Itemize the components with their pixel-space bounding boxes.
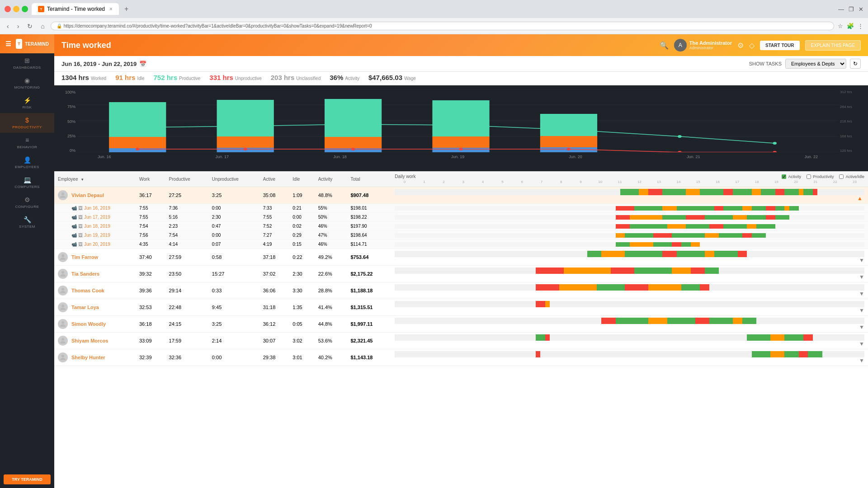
legend-activity[interactable]: Activity bbox=[782, 174, 801, 179]
settings-icon[interactable]: ⚙ bbox=[737, 41, 744, 50]
daily-thomas: ▼ bbox=[391, 282, 868, 299]
productive-stat: 752 hrs Productive bbox=[154, 74, 201, 81]
minimize-window-icon[interactable]: — bbox=[838, 6, 844, 13]
legend-productivity-checkbox[interactable] bbox=[807, 174, 811, 179]
employee-cell-thomas: Thomas Cook bbox=[54, 282, 136, 299]
start-tour-button[interactable]: START TOUR bbox=[760, 41, 800, 50]
table-row: Shiyam Morcos 33:0917:592:1430:073:0253.… bbox=[54, 333, 868, 349]
dept-select[interactable]: Employees & Depts bbox=[785, 59, 846, 69]
wage-label: Wage bbox=[404, 76, 416, 81]
sidebar-item-computers[interactable]: 💻 COMPUTERS bbox=[0, 173, 54, 192]
bar-unproductive-3 bbox=[325, 137, 382, 148]
daily-tia: ▼ bbox=[391, 266, 868, 282]
sidebar-item-monitoring[interactable]: ◉ MONITORING bbox=[0, 73, 54, 93]
sidebar-item-configure[interactable]: ⚙ CONFIGURE bbox=[0, 192, 54, 212]
chart-legend: Activity Productivity Active/Idle bbox=[782, 174, 864, 179]
extension-icon[interactable]: 🧩 bbox=[847, 23, 854, 29]
emp-name-tamar[interactable]: Tamar Loya bbox=[71, 305, 99, 310]
back-button[interactable]: ‹ bbox=[5, 22, 11, 31]
y-right-120: 120 hrs bbox=[840, 149, 861, 153]
expand-simon-icon[interactable]: ▼ bbox=[859, 324, 864, 330]
expand-tim-icon[interactable]: ▼ bbox=[859, 257, 864, 263]
sidebar-item-behavior[interactable]: ≡ BEHAVIOR bbox=[0, 133, 54, 153]
svg-point-17 bbox=[61, 321, 64, 324]
sub-date-jun16[interactable]: Jun 16, 2019 bbox=[84, 206, 110, 211]
data-table-container[interactable]: Employee ▼ Work Productive Unproductive … bbox=[54, 171, 868, 488]
show-tasks-area: SHOW TASKS Employees & Depts ↻ bbox=[749, 59, 861, 69]
legend-active-idle-checkbox[interactable] bbox=[839, 174, 844, 179]
home-button[interactable]: ⌂ bbox=[38, 22, 47, 31]
legend-activity-checkbox[interactable] bbox=[782, 174, 786, 179]
url-bar[interactable]: 🔒 https://democompany.teramind.co/#/prod… bbox=[51, 22, 834, 30]
expand-shiyam-icon[interactable]: ▼ bbox=[859, 341, 864, 347]
lock-icon: 🔒 bbox=[57, 23, 62, 28]
explain-page-button[interactable]: EXPLAIN THIS PAGE bbox=[805, 40, 861, 51]
bookmark-icon[interactable]: ☆ bbox=[838, 23, 843, 29]
th-work[interactable]: Work bbox=[136, 171, 165, 187]
sidebar-item-system[interactable]: 🔧 SYSTEM bbox=[0, 212, 54, 232]
search-button[interactable]: 🔍 bbox=[660, 41, 669, 50]
expand-tia-icon[interactable]: ▼ bbox=[859, 274, 864, 280]
expand-thomas-icon[interactable]: ▼ bbox=[859, 291, 864, 297]
expand-tamar-icon[interactable]: ▼ bbox=[859, 307, 864, 314]
browser-tab[interactable]: T Teramind - Time worked × bbox=[32, 3, 119, 15]
sub-total-1: $198.01 bbox=[347, 204, 392, 213]
app-container: ☰ T TERAMIND ⊞ DASHBOARDS ◉ MONITORING ⚡… bbox=[0, 34, 868, 488]
table-row: Shelby Hunter 32:3932:360:0029:383:0140.… bbox=[54, 349, 868, 366]
sidebar-item-dashboards[interactable]: ⊞ DASHBOARDS bbox=[0, 53, 54, 73]
try-teramind-button[interactable]: TRY TERAMIND bbox=[4, 474, 51, 484]
legend-active-idle[interactable]: Active/Idle bbox=[839, 174, 864, 179]
computers-icon: 💻 bbox=[24, 176, 31, 183]
sub-date-jun20[interactable]: Jun 20, 2019 bbox=[84, 242, 110, 247]
sub-date-jun18[interactable]: Jun 18, 2019 bbox=[84, 224, 110, 229]
close-window-icon[interactable]: ✕ bbox=[859, 6, 863, 13]
sidebar-item-risk[interactable]: ⚡ RISK bbox=[0, 93, 54, 113]
emp-name-thomas[interactable]: Thomas Cook bbox=[71, 288, 104, 293]
th-productive[interactable]: Productive bbox=[165, 171, 208, 187]
minimize-button[interactable] bbox=[13, 6, 19, 12]
th-idle[interactable]: Idle bbox=[289, 171, 314, 187]
forward-button[interactable]: › bbox=[15, 22, 22, 31]
hamburger-icon[interactable]: ☰ bbox=[5, 40, 11, 47]
th-active[interactable]: Active bbox=[259, 171, 289, 187]
th-total[interactable]: Total bbox=[347, 171, 392, 187]
expand-shelby-icon[interactable]: ▼ bbox=[859, 357, 864, 364]
refresh-button[interactable]: ↻ bbox=[850, 59, 861, 69]
y-label-25: 25% bbox=[61, 134, 75, 138]
reload-button[interactable]: ↻ bbox=[25, 22, 35, 31]
th-unproductive[interactable]: Unproductive bbox=[208, 171, 259, 187]
emp-name-simon[interactable]: Simon Woodly bbox=[71, 321, 106, 327]
notification-icon[interactable]: ◇ bbox=[749, 41, 755, 50]
chart-svg bbox=[77, 89, 838, 152]
sidebar-item-employees[interactable]: 👤 EMPLOYEES bbox=[0, 153, 54, 173]
emp-name-vivian[interactable]: Vivian Depaul bbox=[71, 192, 104, 198]
close-button[interactable] bbox=[5, 6, 11, 12]
maximize-button[interactable] bbox=[22, 6, 28, 12]
sub-prod-1: 7:36 bbox=[165, 204, 208, 213]
emp-name-shelby[interactable]: Shelby Hunter bbox=[71, 355, 105, 360]
browser-chrome: T Teramind - Time worked × + — ❐ ✕ bbox=[0, 0, 868, 18]
emp-name-tia[interactable]: Tia Sanders bbox=[71, 271, 99, 277]
collapse-vivian-icon[interactable]: ▲ bbox=[857, 195, 863, 202]
bar-productive-4 bbox=[432, 100, 489, 136]
risk-label: RISK bbox=[23, 105, 32, 109]
th-activity[interactable]: Activity bbox=[315, 171, 347, 187]
th-employee[interactable]: Employee ▼ bbox=[54, 171, 136, 187]
emp-name-tim[interactable]: Tim Farrow bbox=[71, 254, 98, 260]
sidebar: ☰ T TERAMIND ⊞ DASHBOARDS ◉ MONITORING ⚡… bbox=[0, 34, 54, 488]
restore-window-icon[interactable]: ❐ bbox=[849, 6, 854, 13]
legend-productivity-label: Productivity bbox=[813, 174, 834, 179]
daily-shiyam: ▼ bbox=[391, 333, 868, 349]
calendar-icon[interactable]: 📅 bbox=[139, 61, 146, 67]
emp-name-shiyam[interactable]: Shiyam Morcos bbox=[71, 338, 108, 343]
y-label-50: 50% bbox=[61, 119, 75, 124]
sub-date-jun17[interactable]: Jun 17, 2019 bbox=[84, 215, 110, 220]
emp-avatar-thomas bbox=[58, 286, 68, 296]
screenshot-icon-5: 🖼 bbox=[78, 242, 83, 247]
menu-icon[interactable]: ⋮ bbox=[858, 23, 863, 29]
sidebar-item-productivity[interactable]: $ PRODUCTIVITY bbox=[0, 113, 54, 133]
header-right: 🔍 A The Administrator Administrator ⚙ ◇ … bbox=[660, 39, 861, 52]
legend-productivity[interactable]: Productivity bbox=[807, 174, 834, 179]
bar-unproductive-1 bbox=[109, 137, 166, 148]
sub-date-jun19[interactable]: Jun 19, 2019 bbox=[84, 233, 110, 238]
